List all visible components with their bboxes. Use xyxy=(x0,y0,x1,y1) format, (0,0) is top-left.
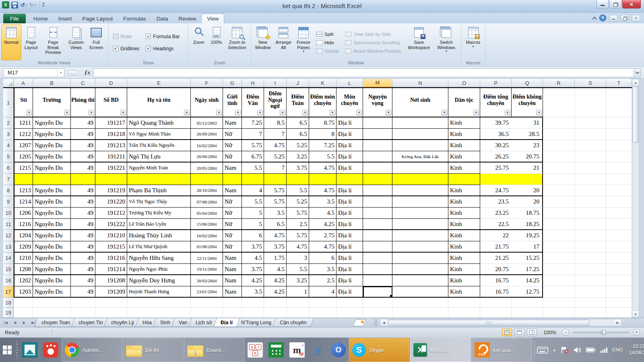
cell-L14[interactable]: Địa lí xyxy=(336,253,363,264)
cell-S17[interactable] xyxy=(575,286,606,298)
filter-button-H[interactable]: ▾ xyxy=(257,110,263,115)
cell-M15[interactable] xyxy=(363,264,392,275)
folder-downloads-taskbar-button[interactable]: ↓Downl... xyxy=(184,338,244,362)
cell-F2[interactable]: 05/12/2003 xyxy=(191,117,223,129)
cell-P15[interactable]: 20.75 xyxy=(480,264,512,275)
cell-H3[interactable]: 7 xyxy=(242,129,264,140)
cell-Q3[interactable]: 28.5 xyxy=(512,129,543,140)
cell-D7[interactable] xyxy=(95,174,127,185)
cell-T6[interactable] xyxy=(606,162,632,174)
zoom-out-button[interactable]: − xyxy=(562,329,569,336)
row-header-3[interactable]: 3 xyxy=(3,129,14,140)
cell-N15[interactable] xyxy=(392,264,448,275)
cell-L18[interactable] xyxy=(336,298,363,308)
cell-K3[interactable]: 8 xyxy=(309,129,336,140)
clock[interactable]: 10:23 PM 14/06/2019 xyxy=(629,343,644,356)
cell-B8[interactable]: Nguyễn Du xyxy=(33,185,71,196)
row-header-9[interactable]: 9 xyxy=(3,196,14,208)
cell-J4[interactable]: 5.25 xyxy=(287,140,309,151)
column-header-E[interactable]: E xyxy=(127,79,191,87)
cell-R13[interactable] xyxy=(543,241,575,253)
row-header-1[interactable]: 1 xyxy=(3,88,14,117)
cell-T18[interactable] xyxy=(606,298,632,308)
cell-L10[interactable]: Địa lí xyxy=(336,208,363,219)
cell-F5[interactable]: 26/06/2004 xyxy=(191,151,223,162)
photos-taskbar-button[interactable] xyxy=(19,338,40,362)
freeze-panes-button[interactable]: Freeze Panes ▾ xyxy=(293,25,314,60)
chrome-taskbar-button[interactable]: Admini... xyxy=(62,338,122,362)
cell-A3[interactable]: 1212 xyxy=(14,129,33,140)
hide-button[interactable]: Hide xyxy=(314,38,341,47)
cell-R2[interactable] xyxy=(543,117,575,129)
cell-T7[interactable] xyxy=(606,174,632,185)
column-header-T[interactable]: T xyxy=(606,79,632,87)
cell-L3[interactable]: Địa lí xyxy=(336,129,363,140)
cell-M14[interactable] xyxy=(363,253,392,264)
cell-B6[interactable]: Nguyễn Du xyxy=(33,162,71,174)
cell-K9[interactable]: 3.5 xyxy=(309,196,336,208)
cell-T15[interactable] xyxy=(606,264,632,275)
cell-S14[interactable] xyxy=(575,253,606,264)
cell-Q16[interactable]: 14.25 xyxy=(512,275,543,286)
cell-D10[interactable]: 191212 xyxy=(95,208,127,219)
row-header-19[interactable]: 19 xyxy=(3,308,14,318)
cell-C2[interactable]: 49 xyxy=(71,117,95,129)
header-cell-I[interactable]: Điểm Ngoại ngữ▾ xyxy=(264,88,287,117)
cell-H14[interactable]: 4.5 xyxy=(242,253,264,264)
column-header-H[interactable]: H xyxy=(242,79,264,87)
cell-A16[interactable]: 1202 xyxy=(14,275,33,286)
zoom-level[interactable]: 100% xyxy=(543,330,556,335)
cell-D8[interactable]: 191219 xyxy=(95,185,127,196)
cell-Q14[interactable]: 15.25 xyxy=(512,253,543,264)
cell-F4[interactable]: 16/02/2004 xyxy=(191,140,223,151)
column-header-N[interactable]: N xyxy=(392,79,448,87)
action-center-flag-icon[interactable] xyxy=(561,346,569,354)
cell-A18[interactable] xyxy=(14,298,33,308)
cell-D2[interactable]: 191217 xyxy=(95,117,127,129)
cell-J15[interactable]: 5.5 xyxy=(287,264,309,275)
header-cell-C[interactable]: Phòng thi▾ xyxy=(71,88,95,117)
cell-F11[interactable]: 15/06/2004 xyxy=(191,219,223,230)
cell-M18[interactable] xyxy=(363,298,392,308)
cell-G18[interactable] xyxy=(223,298,242,308)
zoom-to-selection-button[interactable]: Zoom to Selection xyxy=(225,25,250,60)
cell-D13[interactable]: 191215 xyxy=(95,241,127,253)
cell-F16[interactable]: 30/03/2004 xyxy=(191,275,223,286)
cell-H18[interactable] xyxy=(242,298,264,308)
cell-D15[interactable]: 191214 xyxy=(95,264,127,275)
expand-formula-bar-button[interactable] xyxy=(634,68,641,77)
cell-S16[interactable] xyxy=(575,275,606,286)
cell-D16[interactable]: 191208 xyxy=(95,275,127,286)
column-header-R[interactable]: R xyxy=(543,79,575,87)
cell-C19[interactable] xyxy=(71,308,95,318)
cell-E5[interactable]: Ngô Thị Lựu xyxy=(127,151,191,162)
workbook-minimize-button[interactable] xyxy=(609,15,617,21)
cell-P17[interactable]: 16.75 xyxy=(480,286,512,298)
page-layout-view-button[interactable]: Page Layout xyxy=(21,25,41,60)
cell-M11[interactable] xyxy=(363,219,392,230)
coc-coc-taskbar-button[interactable]: O xyxy=(328,338,349,362)
cell-K13[interactable]: 4.75 xyxy=(309,241,336,253)
cell-E6[interactable]: Nguyễn Minh Toàn xyxy=(127,162,191,174)
cell-M9[interactable] xyxy=(363,196,392,208)
cell-D19[interactable] xyxy=(95,308,127,318)
cell-G13[interactable]: Nữ xyxy=(223,241,242,253)
new-window-button[interactable]: New Window xyxy=(252,25,273,60)
cell-Q10[interactable]: 18.75 xyxy=(512,208,543,219)
row-header-12[interactable]: 12 xyxy=(3,230,14,241)
cell-O11[interactable]: Kinh xyxy=(448,219,480,230)
cell-P3[interactable]: 36.5 xyxy=(480,129,512,140)
cell-F9[interactable]: 07/08/2004 xyxy=(191,196,223,208)
filter-button-E[interactable]: ▾ xyxy=(184,110,190,115)
cell-I3[interactable]: 7 xyxy=(264,129,287,140)
cell-F7[interactable] xyxy=(191,174,223,185)
cell-M2[interactable] xyxy=(363,117,392,129)
cell-O5[interactable]: Kinh xyxy=(448,151,480,162)
cell-T4[interactable] xyxy=(606,140,632,151)
cell-G6[interactable]: Nam xyxy=(223,162,242,174)
first-sheet-button[interactable]: |◀ xyxy=(2,319,10,326)
cell-G14[interactable]: Nam xyxy=(223,253,242,264)
filter-button-K[interactable]: ▾ xyxy=(330,110,335,115)
filter-button-D[interactable]: ▾ xyxy=(120,110,126,115)
cell-L15[interactable]: Địa lí xyxy=(336,264,363,275)
